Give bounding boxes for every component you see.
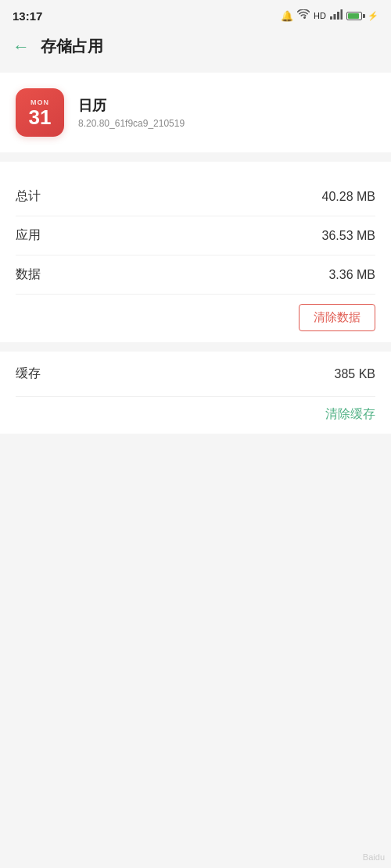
app-name: 日历 [78, 96, 185, 115]
app-details: 日历 8.20.80_61f9ca9_210519 [78, 96, 185, 129]
watermark: Baidu [363, 852, 385, 862]
data-label: 数据 [16, 266, 41, 283]
clear-cache-button[interactable]: 清除缓存 [325, 406, 375, 423]
svg-rect-1 [334, 14, 336, 20]
page-title: 存储占用 [41, 36, 103, 57]
clear-data-row: 清除数据 [16, 295, 375, 342]
battery-indicator [346, 12, 365, 20]
data-value: 3.36 MB [328, 268, 375, 282]
clear-cache-row: 清除缓存 [16, 397, 375, 434]
wifi-icon [297, 9, 310, 22]
cache-row: 缓存 385 KB [16, 352, 375, 397]
app-icon: Mon 31 [16, 88, 64, 137]
app-icon-mon: Mon [30, 98, 49, 106]
app-value: 36.53 MB [322, 229, 375, 243]
svg-rect-2 [337, 12, 339, 20]
storage-section: 总计 40.28 MB 应用 36.53 MB 数据 3.36 MB 清除数据 [0, 162, 391, 342]
app-icon-day: 31 [29, 107, 52, 127]
status-icons: 🔔 HD ⚡ [281, 9, 378, 23]
nav-bar: ← 存储占用 [0, 28, 391, 65]
total-value: 40.28 MB [322, 190, 375, 204]
charging-icon: ⚡ [368, 11, 378, 21]
hd-label: HD [314, 11, 326, 20]
total-label: 总计 [16, 188, 41, 205]
watermark-text: Baidu [363, 852, 385, 862]
data-row: 数据 3.36 MB [16, 255, 375, 295]
app-info-card: Mon 31 日历 8.20.80_61f9ca9_210519 [0, 73, 391, 152]
svg-rect-0 [330, 16, 332, 20]
notification-icon: 🔔 [281, 10, 293, 22]
svg-rect-3 [341, 9, 343, 20]
app-version: 8.20.80_61f9ca9_210519 [78, 118, 185, 129]
cache-label: 缓存 [16, 366, 41, 382]
app-label: 应用 [16, 227, 41, 244]
status-bar: 13:17 🔔 HD [0, 0, 391, 28]
signal-icon [330, 9, 343, 23]
back-button[interactable]: ← [13, 37, 30, 57]
cache-section: 缓存 385 KB 清除缓存 [0, 352, 391, 434]
app-row: 应用 36.53 MB [16, 216, 375, 255]
clear-data-button[interactable]: 清除数据 [299, 304, 375, 331]
cache-value: 385 KB [335, 367, 375, 381]
status-time: 13:17 [13, 9, 42, 23]
total-row: 总计 40.28 MB [16, 177, 375, 216]
